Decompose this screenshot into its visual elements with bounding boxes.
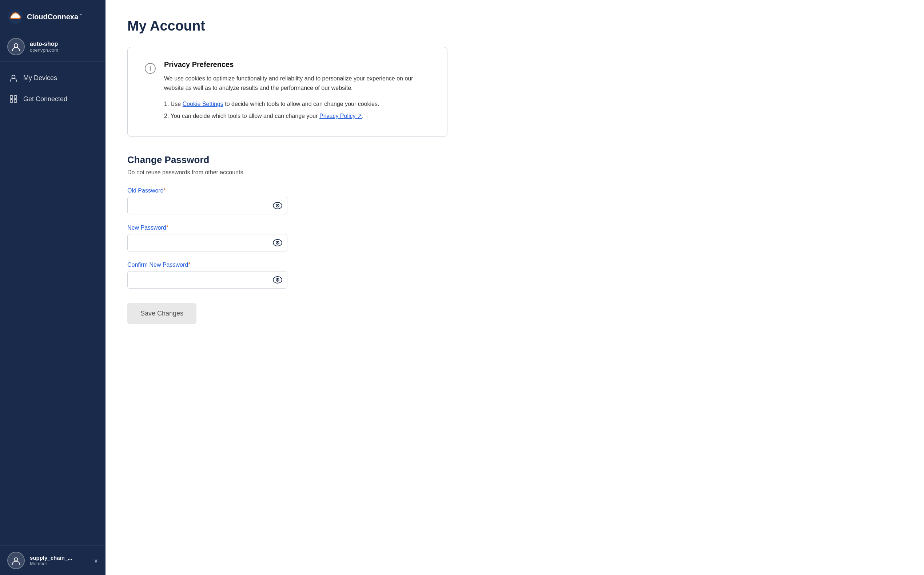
confirm-new-password-required-star: * xyxy=(188,262,190,268)
account-domain: openvpn.com xyxy=(30,47,58,53)
old-password-required-star: * xyxy=(164,187,166,194)
sidebar: CloudConnexa™ auto-shop openvpn.com My D… xyxy=(0,0,106,575)
svg-rect-6 xyxy=(10,100,13,102)
svg-point-19 xyxy=(277,279,278,281)
svg-text:i: i xyxy=(149,65,151,72)
privacy-list-item-2: 2. You can decide which tools to allow a… xyxy=(164,111,431,121)
sidebar-item-my-devices-label: My Devices xyxy=(23,74,57,82)
svg-rect-5 xyxy=(14,96,17,98)
footer-avatar xyxy=(7,552,25,569)
new-password-input[interactable] xyxy=(127,234,287,251)
old-password-group: Old Password* xyxy=(127,187,287,214)
account-name: auto-shop xyxy=(30,41,58,47)
old-password-input[interactable] xyxy=(127,197,287,214)
privacy-card: i Privacy Preferences We use cookies to … xyxy=(127,47,447,137)
change-password-desc: Do not reuse passwords from other accoun… xyxy=(127,169,902,176)
cloudconnexa-logo-icon xyxy=(7,9,23,25)
sidebar-footer[interactable]: supply_chain_... Member ∨ xyxy=(0,545,106,575)
footer-info: supply_chain_... Member xyxy=(30,554,89,566)
confirm-new-password-label: Confirm New Password* xyxy=(127,262,287,268)
toggle-confirm-password-button[interactable] xyxy=(273,276,282,283)
sidebar-logo: CloudConnexa™ xyxy=(0,0,106,32)
toggle-new-password-button[interactable] xyxy=(273,239,282,246)
sidebar-item-get-connected-label: Get Connected xyxy=(23,95,67,103)
confirm-new-password-group: Confirm New Password* xyxy=(127,262,287,289)
new-password-label: New Password* xyxy=(127,224,287,231)
privacy-description: We use cookies to optimize functionality… xyxy=(164,74,431,92)
privacy-policy-link[interactable]: Privacy Policy ↗ xyxy=(319,113,362,119)
app-name: CloudConnexa™ xyxy=(27,13,82,21)
old-password-input-wrapper xyxy=(127,197,287,214)
confirm-new-password-input-wrapper xyxy=(127,271,287,289)
account-avatar xyxy=(7,38,25,55)
confirm-new-password-input[interactable] xyxy=(127,271,287,289)
svg-point-13 xyxy=(277,205,278,206)
info-icon: i xyxy=(144,62,157,75)
footer-role: Member xyxy=(30,561,89,566)
change-password-section: Change Password Do not reuse passwords f… xyxy=(127,154,902,324)
page-title: My Account xyxy=(127,18,902,34)
cookie-settings-link[interactable]: Cookie Settings xyxy=(182,101,223,107)
grid-icon xyxy=(9,94,18,104)
person-icon xyxy=(9,73,18,83)
new-password-input-wrapper xyxy=(127,234,287,251)
main-content: My Account i Privacy Preferences We use … xyxy=(106,0,924,575)
svg-point-2 xyxy=(14,44,18,47)
privacy-list-item-1: 1. Use Cookie Settings to decide which t… xyxy=(164,99,431,109)
chevron-down-icon: ∨ xyxy=(94,557,98,564)
privacy-card-body: Privacy Preferences We use cookies to op… xyxy=(164,60,431,123)
old-password-label: Old Password* xyxy=(127,187,287,194)
save-changes-button[interactable]: Save Changes xyxy=(127,303,197,324)
account-info: auto-shop openvpn.com xyxy=(30,41,58,53)
privacy-title: Privacy Preferences xyxy=(164,60,431,69)
privacy-card-header: i Privacy Preferences We use cookies to … xyxy=(144,60,431,123)
svg-point-8 xyxy=(14,558,18,561)
sidebar-item-my-devices[interactable]: My Devices xyxy=(0,67,106,89)
sidebar-nav: My Devices Get Connected xyxy=(0,62,106,545)
svg-rect-7 xyxy=(14,100,17,102)
sidebar-account: auto-shop openvpn.com xyxy=(0,32,106,62)
svg-rect-4 xyxy=(10,96,13,98)
footer-username: supply_chain_... xyxy=(30,554,89,561)
privacy-list: 1. Use Cookie Settings to decide which t… xyxy=(164,99,431,121)
new-password-required-star: * xyxy=(166,224,168,231)
new-password-group: New Password* xyxy=(127,224,287,251)
change-password-title: Change Password xyxy=(127,154,902,165)
sidebar-item-get-connected[interactable]: Get Connected xyxy=(0,89,106,110)
svg-point-16 xyxy=(277,242,278,243)
toggle-old-password-button[interactable] xyxy=(273,202,282,209)
